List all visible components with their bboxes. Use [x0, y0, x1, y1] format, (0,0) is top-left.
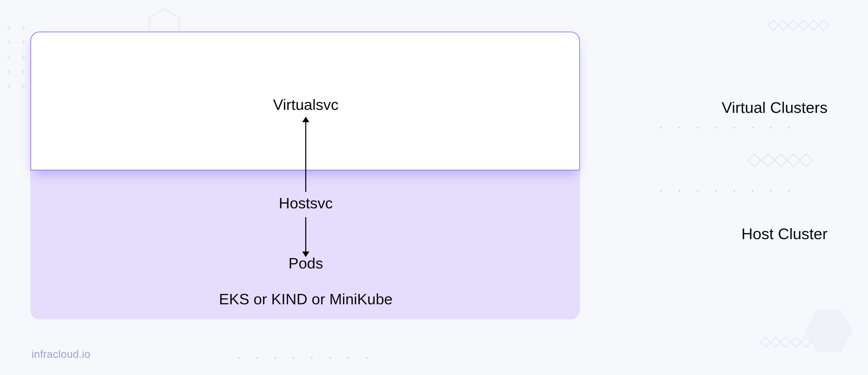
- pods-label: Pods: [288, 254, 323, 272]
- decorative-diamonds: [747, 151, 812, 169]
- svg-marker-6: [819, 20, 829, 30]
- decorative-dots: • • • • • • • •: [238, 354, 375, 362]
- svg-marker-3: [788, 20, 799, 30]
- svg-marker-2: [778, 20, 788, 30]
- virtualsvc-label: Virtualsvc: [273, 96, 339, 113]
- svg-marker-1: [768, 20, 778, 30]
- hostsvc-label: Hostsvc: [279, 195, 333, 212]
- svg-marker-27: [781, 337, 791, 347]
- svg-marker-4: [799, 20, 809, 30]
- svg-marker-26: [771, 337, 781, 347]
- platform-label: EKS or KIND or MiniKube: [219, 291, 393, 308]
- svg-marker-28: [791, 337, 801, 347]
- virtual-clusters-label: Virtual Clusters: [722, 99, 828, 116]
- svg-marker-5: [809, 20, 819, 30]
- decorative-plus-grid: ++ ++ ++ ++ ++: [2, 23, 30, 94]
- svg-marker-23: [775, 154, 787, 167]
- svg-marker-22: [762, 154, 775, 167]
- decorative-dots: • • • • • • • •: [660, 187, 797, 195]
- svg-marker-24: [787, 154, 800, 167]
- brand-watermark: infracloud.io: [32, 348, 90, 360]
- decorative-diamonds: [765, 18, 835, 33]
- decorative-dots: • • • • • • • •: [660, 124, 797, 132]
- svg-marker-25: [761, 337, 771, 347]
- host-cluster-label: Host Cluster: [741, 225, 828, 243]
- arrow-up-icon: [305, 121, 306, 192]
- arrow-down-icon: [305, 217, 306, 252]
